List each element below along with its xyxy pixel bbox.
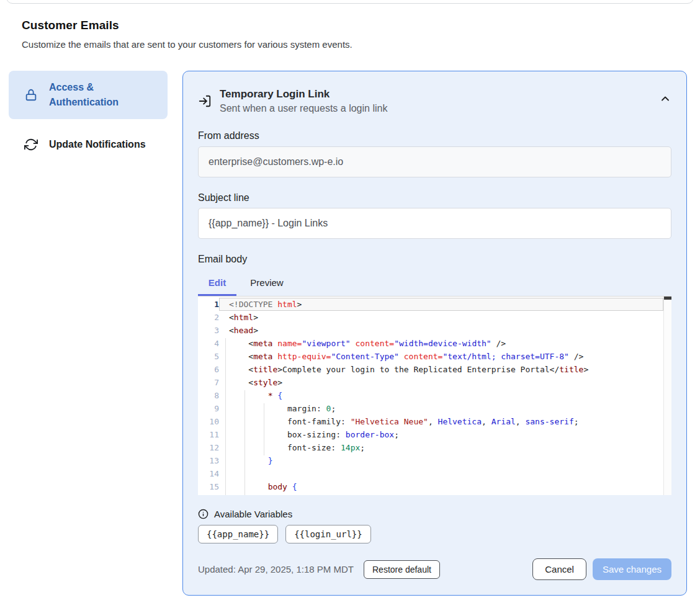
lock-icon xyxy=(24,88,38,102)
card-footer: Updated: Apr 29, 2025, 1:18 PM MDT Resto… xyxy=(198,558,671,580)
subject-line-input[interactable] xyxy=(198,208,671,239)
sidebar-item-access-authentication[interactable]: Access & Authentication xyxy=(9,71,168,119)
tab-edit[interactable]: Edit xyxy=(198,271,236,296)
chevron-up-icon xyxy=(659,92,671,105)
code-editor[interactable]: 1<!DOCTYPE html>2<html>3<head>4 <meta na… xyxy=(198,297,671,495)
code-line: 5 <meta http-equiv="Content-Type" conten… xyxy=(198,350,671,363)
from-address-label: From address xyxy=(198,130,671,141)
code-line: 13 } xyxy=(198,454,671,467)
sidebar-item-update-notifications[interactable]: Update Notifications xyxy=(9,133,168,156)
info-icon xyxy=(198,509,209,519)
variable-chips: {{app_name}} {{login_url}} xyxy=(198,525,671,543)
variable-chip-login-url[interactable]: {{login_url}} xyxy=(285,525,371,543)
editor-scrollbar[interactable] xyxy=(663,297,671,495)
card-subtitle: Sent when a user requests a login link xyxy=(220,103,659,114)
restore-default-button[interactable]: Restore default xyxy=(364,560,440,579)
code-line: 12 font-size: 14px; xyxy=(198,441,671,454)
scrollbar-thumb[interactable] xyxy=(664,297,671,300)
code-lines: 1<!DOCTYPE html>2<html>3<head>4 <meta na… xyxy=(198,298,671,495)
page-subtitle: Customize the emails that are sent to yo… xyxy=(22,39,678,50)
card-header: Temporary Login Link Sent when a user re… xyxy=(198,87,671,114)
code-line: 11 box-sizing: border-box; xyxy=(198,428,671,441)
subject-line-label: Subject line xyxy=(198,192,671,203)
collapse-button[interactable] xyxy=(659,92,671,105)
code-line: 16 background-color: #f9f9f9; xyxy=(198,493,671,495)
page-header: Customer Emails Customize the emails tha… xyxy=(22,19,678,50)
code-line: 6 <title>Complete your login to the Repl… xyxy=(198,363,671,376)
from-address-input[interactable] xyxy=(198,146,671,177)
email-body-tabs: Edit Preview xyxy=(198,271,671,297)
available-variables-row: Available Variables xyxy=(198,509,671,519)
code-line: 9 margin: 0; xyxy=(198,402,671,415)
cancel-button[interactable]: Cancel xyxy=(532,558,586,580)
email-body-label: Email body xyxy=(198,254,671,265)
code-line: 4 <meta name="viewport" content="width=d… xyxy=(198,337,671,350)
sidebar-item-label: Access & Authentication xyxy=(49,80,159,110)
page-title: Customer Emails xyxy=(22,19,678,32)
code-line: 14 xyxy=(198,467,671,480)
log-in-icon xyxy=(198,94,212,108)
code-line: 7 <style> xyxy=(198,376,671,389)
refresh-icon xyxy=(24,138,38,151)
updated-timestamp: Updated: Apr 29, 2025, 1:18 PM MDT xyxy=(198,564,354,574)
sidebar-item-label: Update Notifications xyxy=(49,137,146,152)
code-line: 2<html> xyxy=(198,311,671,324)
sidebar: Access & Authentication Update Notificat… xyxy=(9,71,168,156)
previous-card-edge xyxy=(6,0,694,4)
customer-emails-page: Customer Emails Customize the emails tha… xyxy=(0,0,700,608)
card-title: Temporary Login Link xyxy=(220,87,659,101)
code-line: 10 font-family: "Helvetica Neue", Helvet… xyxy=(198,415,671,428)
variable-chip-app-name[interactable]: {{app_name}} xyxy=(198,525,278,543)
code-line: 1<!DOCTYPE html> xyxy=(198,298,671,311)
code-line: 3<head> xyxy=(198,324,671,337)
temporary-login-link-card: Temporary Login Link Sent when a user re… xyxy=(182,71,687,596)
tab-preview[interactable]: Preview xyxy=(236,271,297,296)
available-variables-label: Available Variables xyxy=(214,509,292,519)
code-line: 8 * { xyxy=(198,389,671,402)
code-line: 15 body { xyxy=(198,480,671,493)
save-changes-button[interactable]: Save changes xyxy=(593,558,671,580)
